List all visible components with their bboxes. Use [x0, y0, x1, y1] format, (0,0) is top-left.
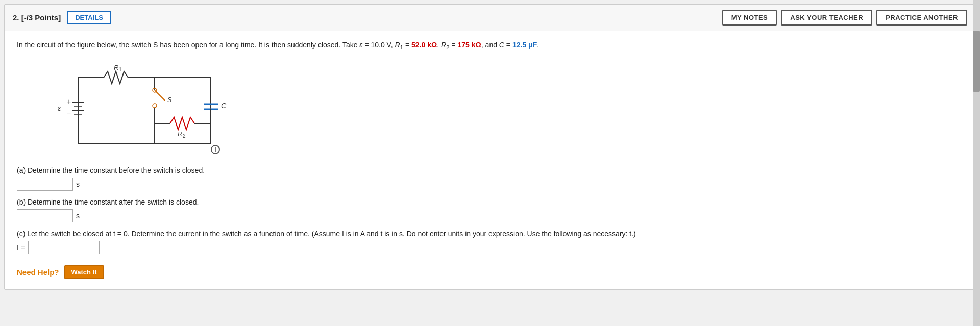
need-help-row: Need Help? Watch It [17, 265, 963, 279]
part-c-label: (c) Let the switch be closed at t = 0. D… [17, 230, 963, 238]
problem-description: In the circuit of the figure below, the … [17, 39, 963, 52]
points-label: 2. [-/3 Points] [13, 13, 61, 22]
svg-text:S: S [167, 96, 172, 104]
svg-text:2: 2 [183, 133, 186, 139]
svg-text:+: + [67, 97, 71, 106]
need-help-text: Need Help? [17, 268, 59, 277]
svg-text:R: R [178, 130, 182, 138]
svg-text:C: C [221, 102, 227, 110]
svg-point-19 [153, 104, 157, 108]
part-b-input[interactable] [17, 209, 73, 222]
card-body: In the circuit of the figure below, the … [5, 31, 975, 289]
part-b-label: (b) Determine the time constant after th… [17, 198, 963, 206]
svg-text:ε: ε [58, 104, 61, 112]
watch-it-button[interactable]: Watch It [64, 265, 104, 279]
scrollbar-thumb[interactable] [973, 31, 980, 92]
card-header: 2. [-/3 Points] DETAILS MY NOTES ASK YOU… [5, 5, 975, 31]
svg-line-18 [155, 90, 165, 101]
scrollbar-track [973, 0, 980, 326]
part-a-input-row: s [17, 178, 963, 191]
svg-text:−: − [67, 110, 71, 118]
part-a-unit: s [76, 180, 80, 188]
practice-another-button[interactable]: PRACTICE ANOTHER [876, 10, 967, 26]
part-a-input[interactable] [17, 178, 73, 191]
header-left: 2. [-/3 Points] DETAILS [13, 11, 111, 24]
circuit-diagram: R 1 [47, 57, 262, 159]
svg-text:R: R [114, 64, 118, 71]
part-c-prefix: I = [17, 243, 25, 252]
my-notes-button[interactable]: MY NOTES [722, 10, 777, 26]
part-a-label: (a) Determine the time constant before t… [17, 166, 963, 174]
part-c-input-row: I = [17, 241, 963, 254]
header-right: MY NOTES ASK YOUR TEACHER PRACTICE ANOTH… [722, 10, 967, 26]
details-button[interactable]: DETAILS [67, 11, 111, 24]
ask-teacher-button[interactable]: ASK YOUR TEACHER [781, 10, 872, 26]
svg-text:1: 1 [119, 67, 122, 72]
part-c-input[interactable] [28, 241, 100, 254]
part-b-input-row: s [17, 209, 963, 222]
part-b-unit: s [76, 212, 80, 220]
